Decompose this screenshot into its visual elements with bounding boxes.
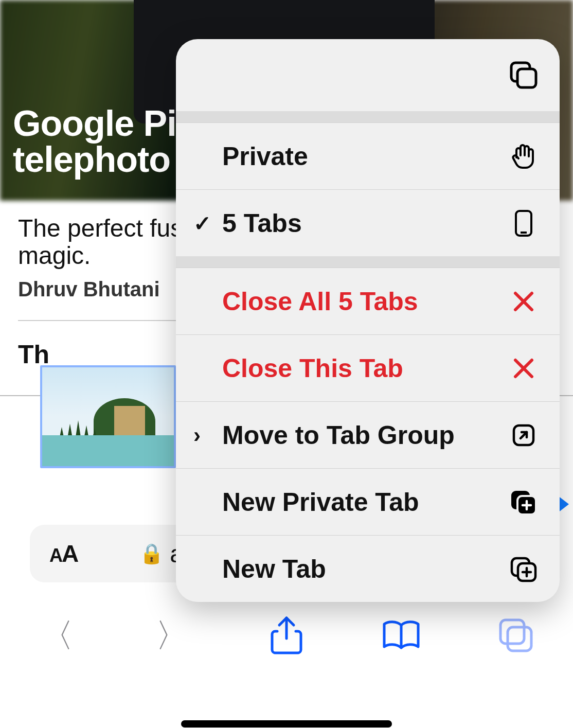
bookmarks-button[interactable] bbox=[381, 615, 422, 656]
menu-item-new-tab[interactable]: New Tab bbox=[176, 535, 560, 602]
lede-line2: magic. bbox=[18, 242, 91, 269]
menu-header bbox=[176, 39, 560, 111]
tabs-icon bbox=[497, 617, 534, 654]
article-author: Dhruv Bhutani bbox=[18, 278, 160, 301]
lock-icon: 🔒 bbox=[139, 542, 164, 565]
phone-icon bbox=[508, 208, 539, 239]
svg-rect-0 bbox=[500, 620, 524, 644]
close-icon bbox=[508, 353, 539, 384]
recommendation-thumbnail[interactable] bbox=[40, 365, 176, 468]
svg-rect-3 bbox=[517, 69, 536, 87]
reader-aa-button[interactable]: AA bbox=[49, 540, 78, 567]
menu-separator bbox=[176, 256, 560, 268]
forward-button[interactable]: 〉 bbox=[151, 615, 192, 656]
home-indicator[interactable] bbox=[181, 720, 392, 727]
book-icon bbox=[381, 619, 421, 652]
menu-item-label: Private bbox=[222, 141, 308, 171]
share-icon bbox=[270, 616, 303, 655]
menu-item-tabs[interactable]: ✓ 5 Tabs bbox=[176, 189, 560, 256]
share-button[interactable] bbox=[266, 615, 307, 656]
lede-line1: The perfect fusic bbox=[18, 215, 201, 242]
new-tab-icon bbox=[508, 554, 539, 584]
menu-item-label: New Private Tab bbox=[222, 487, 419, 517]
menu-separator bbox=[176, 111, 560, 122]
menu-item-new-private-tab[interactable]: New Private Tab bbox=[176, 468, 560, 535]
article-lede: The perfect fusic magic. bbox=[18, 215, 201, 270]
article-title-line2: telephoto z bbox=[13, 139, 197, 180]
menu-item-move-to-group[interactable]: › Move to Tab Group bbox=[176, 401, 560, 468]
menu-item-close-this[interactable]: Close This Tab bbox=[176, 334, 560, 401]
menu-item-label: New Tab bbox=[222, 554, 326, 584]
tabs-button[interactable] bbox=[495, 615, 536, 656]
tabs-icon bbox=[508, 60, 539, 91]
menu-item-label: Close This Tab bbox=[222, 353, 403, 383]
arrow-out-icon bbox=[508, 420, 539, 451]
checkmark-icon: ✓ bbox=[193, 210, 211, 236]
back-button[interactable]: 〈 bbox=[37, 615, 78, 656]
menu-item-label: 5 Tabs bbox=[222, 208, 302, 238]
bottom-toolbar: 〈 〉 bbox=[0, 602, 573, 669]
menu-item-private[interactable]: Private bbox=[176, 122, 560, 189]
chevron-right-icon: › bbox=[193, 423, 201, 448]
tabs-context-menu: Private ✓ 5 Tabs Close All 5 Tabs bbox=[176, 39, 560, 602]
new-private-tab-icon bbox=[508, 487, 539, 518]
menu-item-label: Close All 5 Tabs bbox=[222, 287, 418, 316]
hand-icon bbox=[508, 141, 539, 172]
close-icon bbox=[508, 286, 539, 317]
svg-rect-1 bbox=[508, 627, 531, 651]
menu-item-close-all[interactable]: Close All 5 Tabs bbox=[176, 268, 560, 334]
menu-item-label: Move to Tab Group bbox=[222, 420, 455, 450]
